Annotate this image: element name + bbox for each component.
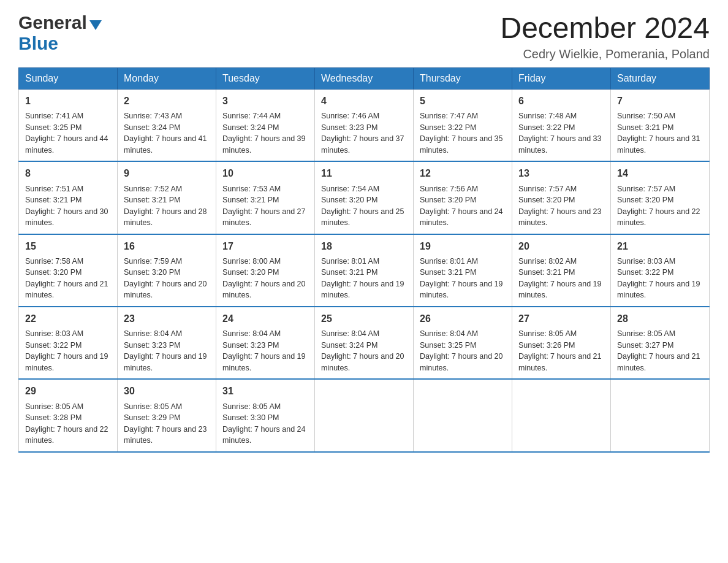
calendar-cell: 9 Sunrise: 7:52 AMSunset: 3:21 PMDayligh… (118, 161, 216, 234)
day-info: Sunrise: 7:52 AMSunset: 3:21 PMDaylight:… (124, 185, 207, 228)
calendar-cell (611, 379, 710, 451)
calendar-table: Sunday Monday Tuesday Wednesday Thursday… (18, 67, 710, 453)
calendar-cell (315, 379, 414, 451)
calendar-cell: 12 Sunrise: 7:56 AMSunset: 3:20 PMDaylig… (414, 161, 512, 234)
calendar-cell: 21 Sunrise: 8:03 AMSunset: 3:22 PMDaylig… (611, 234, 710, 307)
day-info: Sunrise: 8:02 AMSunset: 3:21 PMDaylight:… (518, 257, 602, 300)
header-wednesday: Wednesday (315, 67, 414, 89)
day-number: 15 (25, 240, 111, 253)
day-number: 26 (420, 312, 506, 326)
day-number: 4 (321, 94, 407, 108)
header-saturday: Saturday (611, 67, 710, 89)
day-info: Sunrise: 7:58 AMSunset: 3:20 PMDaylight:… (25, 257, 108, 300)
day-number: 29 (25, 385, 111, 398)
day-number: 11 (321, 167, 407, 180)
calendar-cell: 22 Sunrise: 8:03 AMSunset: 3:22 PMDaylig… (19, 307, 118, 379)
day-info: Sunrise: 7:48 AMSunset: 3:22 PMDaylight:… (518, 112, 602, 155)
day-info: Sunrise: 7:47 AMSunset: 3:22 PMDaylight:… (420, 112, 503, 155)
calendar-week-1: 1 Sunrise: 7:41 AMSunset: 3:25 PMDayligh… (19, 89, 710, 161)
calendar-cell: 4 Sunrise: 7:46 AMSunset: 3:23 PMDayligh… (315, 89, 414, 161)
day-number: 16 (124, 240, 210, 253)
day-number: 8 (25, 167, 111, 180)
day-number: 22 (25, 312, 111, 326)
calendar-cell: 26 Sunrise: 8:04 AMSunset: 3:25 PMDaylig… (414, 307, 512, 379)
day-number: 14 (617, 167, 703, 180)
day-info: Sunrise: 7:56 AMSunset: 3:20 PMDaylight:… (420, 185, 503, 228)
header-tuesday: Tuesday (216, 67, 315, 89)
month-title: December 2024 (500, 12, 710, 45)
day-number: 23 (124, 312, 210, 326)
day-number: 13 (518, 167, 604, 180)
day-number: 21 (617, 240, 703, 253)
day-number: 20 (518, 240, 604, 253)
calendar-week-4: 22 Sunrise: 8:03 AMSunset: 3:22 PMDaylig… (19, 307, 710, 379)
day-info: Sunrise: 8:00 AMSunset: 3:20 PMDaylight:… (222, 257, 306, 300)
calendar-cell: 16 Sunrise: 7:59 AMSunset: 3:20 PMDaylig… (118, 234, 216, 307)
calendar-cell: 2 Sunrise: 7:43 AMSunset: 3:24 PMDayligh… (118, 89, 216, 161)
calendar-cell: 14 Sunrise: 7:57 AMSunset: 3:20 PMDaylig… (611, 161, 710, 234)
day-info: Sunrise: 8:04 AMSunset: 3:23 PMDaylight:… (124, 329, 207, 372)
calendar-cell: 17 Sunrise: 8:00 AMSunset: 3:20 PMDaylig… (216, 234, 315, 307)
day-number: 7 (617, 94, 703, 108)
calendar-cell: 25 Sunrise: 8:04 AMSunset: 3:24 PMDaylig… (315, 307, 414, 379)
header-sunday: Sunday (19, 67, 118, 89)
calendar-cell: 10 Sunrise: 7:53 AMSunset: 3:21 PMDaylig… (216, 161, 315, 234)
calendar-cell: 5 Sunrise: 7:47 AMSunset: 3:22 PMDayligh… (414, 89, 512, 161)
day-info: Sunrise: 7:57 AMSunset: 3:20 PMDaylight:… (617, 185, 700, 228)
calendar-cell: 13 Sunrise: 7:57 AMSunset: 3:20 PMDaylig… (512, 161, 611, 234)
day-number: 3 (222, 94, 308, 108)
calendar-cell: 31 Sunrise: 8:05 AMSunset: 3:30 PMDaylig… (216, 379, 315, 451)
calendar-cell (414, 379, 512, 451)
calendar-week-5: 29 Sunrise: 8:05 AMSunset: 3:28 PMDaylig… (19, 379, 710, 451)
day-info: Sunrise: 7:53 AMSunset: 3:21 PMDaylight:… (222, 185, 306, 228)
day-info: Sunrise: 7:41 AMSunset: 3:25 PMDaylight:… (25, 112, 108, 155)
calendar-cell: 28 Sunrise: 8:05 AMSunset: 3:27 PMDaylig… (611, 307, 710, 379)
day-info: Sunrise: 7:43 AMSunset: 3:24 PMDaylight:… (124, 112, 207, 155)
header-monday: Monday (118, 67, 216, 89)
day-number: 31 (222, 385, 308, 398)
calendar-cell: 18 Sunrise: 8:01 AMSunset: 3:21 PMDaylig… (315, 234, 414, 307)
day-info: Sunrise: 7:46 AMSunset: 3:23 PMDaylight:… (321, 112, 404, 155)
day-number: 27 (518, 312, 604, 326)
day-info: Sunrise: 7:50 AMSunset: 3:21 PMDaylight:… (617, 112, 700, 155)
day-info: Sunrise: 7:57 AMSunset: 3:20 PMDaylight:… (518, 185, 602, 228)
day-info: Sunrise: 8:05 AMSunset: 3:27 PMDaylight:… (617, 329, 700, 372)
calendar-cell: 30 Sunrise: 8:05 AMSunset: 3:29 PMDaylig… (118, 379, 216, 451)
page-header: General Blue December 2024 Cedry Wielkie… (18, 12, 710, 61)
location-subtitle: Cedry Wielkie, Pomerania, Poland (500, 47, 710, 61)
day-number: 5 (420, 94, 506, 108)
calendar-cell: 15 Sunrise: 7:58 AMSunset: 3:20 PMDaylig… (19, 234, 118, 307)
title-section: December 2024 Cedry Wielkie, Pomerania, … (500, 12, 710, 61)
day-number: 2 (124, 94, 210, 108)
weekday-header-row: Sunday Monday Tuesday Wednesday Thursday… (19, 67, 710, 89)
calendar-cell: 19 Sunrise: 8:01 AMSunset: 3:21 PMDaylig… (414, 234, 512, 307)
day-number: 19 (420, 240, 506, 253)
logo-general-text: General (18, 12, 87, 33)
calendar-cell: 23 Sunrise: 8:04 AMSunset: 3:23 PMDaylig… (118, 307, 216, 379)
calendar-cell: 1 Sunrise: 7:41 AMSunset: 3:25 PMDayligh… (19, 89, 118, 161)
day-number: 24 (222, 312, 308, 326)
day-number: 17 (222, 240, 308, 253)
calendar-week-3: 15 Sunrise: 7:58 AMSunset: 3:20 PMDaylig… (19, 234, 710, 307)
day-info: Sunrise: 7:59 AMSunset: 3:20 PMDaylight:… (124, 257, 207, 300)
calendar-cell: 11 Sunrise: 7:54 AMSunset: 3:20 PMDaylig… (315, 161, 414, 234)
day-info: Sunrise: 8:01 AMSunset: 3:21 PMDaylight:… (420, 257, 503, 300)
logo-triangle-icon (89, 20, 102, 30)
day-info: Sunrise: 8:05 AMSunset: 3:30 PMDaylight:… (222, 402, 306, 445)
day-number: 10 (222, 167, 308, 180)
calendar-cell: 6 Sunrise: 7:48 AMSunset: 3:22 PMDayligh… (512, 89, 611, 161)
day-number: 6 (518, 94, 604, 108)
day-info: Sunrise: 8:05 AMSunset: 3:29 PMDaylight:… (124, 402, 207, 445)
day-info: Sunrise: 8:04 AMSunset: 3:23 PMDaylight:… (222, 329, 306, 372)
day-info: Sunrise: 7:54 AMSunset: 3:20 PMDaylight:… (321, 185, 404, 228)
header-friday: Friday (512, 67, 611, 89)
day-info: Sunrise: 8:05 AMSunset: 3:26 PMDaylight:… (518, 329, 602, 372)
calendar-cell: 24 Sunrise: 8:04 AMSunset: 3:23 PMDaylig… (216, 307, 315, 379)
calendar-cell: 29 Sunrise: 8:05 AMSunset: 3:28 PMDaylig… (19, 379, 118, 451)
day-info: Sunrise: 8:01 AMSunset: 3:21 PMDaylight:… (321, 257, 404, 300)
day-number: 25 (321, 312, 407, 326)
calendar-cell: 20 Sunrise: 8:02 AMSunset: 3:21 PMDaylig… (512, 234, 611, 307)
calendar-cell: 3 Sunrise: 7:44 AMSunset: 3:24 PMDayligh… (216, 89, 315, 161)
calendar-cell: 8 Sunrise: 7:51 AMSunset: 3:21 PMDayligh… (19, 161, 118, 234)
logo-blue-text: Blue (18, 33, 58, 53)
